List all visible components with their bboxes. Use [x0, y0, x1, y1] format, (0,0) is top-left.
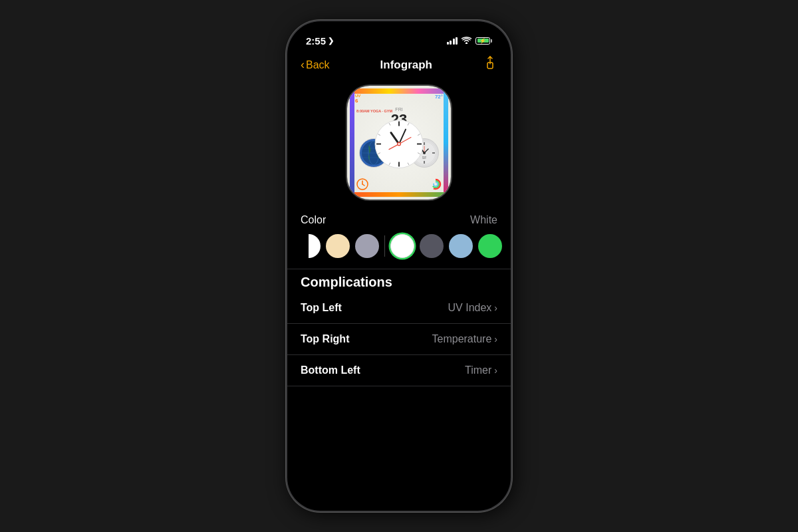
complications-header: Complications: [287, 269, 511, 293]
power-button: [511, 140, 512, 200]
watch-event-text: 8:00AM YOGA · GYM: [356, 109, 392, 113]
divider: [384, 235, 385, 257]
bottom-left-value-group: Timer ›: [465, 364, 497, 376]
page-title: Infograph: [380, 59, 432, 72]
location-arrow-icon: ❯: [328, 37, 334, 45]
nav-bar: ‹ Back Infograph: [287, 53, 511, 80]
bottom-left-chevron-icon: ›: [494, 365, 497, 376]
color-label: Color: [301, 214, 326, 226]
swatch-silver[interactable]: [355, 234, 379, 258]
top-left-chevron-icon: ›: [494, 303, 497, 313]
color-swatches-container: [287, 229, 511, 266]
svg-point-42: [434, 182, 438, 186]
time-display: 2:55 ❯: [306, 35, 334, 47]
complication-row-top-right[interactable]: Top Right Temperature ›: [287, 324, 511, 355]
swatch-white[interactable]: [390, 234, 414, 258]
watch-bottom-right-complication: [430, 178, 442, 193]
swatch-dark-gray[interactable]: [420, 234, 444, 258]
screen: 2:55 ❯: [287, 21, 511, 511]
watch-top-right-complication: 72°: [435, 94, 443, 100]
watch-main-clock: [372, 117, 426, 170]
top-right-label: Top Right: [301, 333, 349, 345]
clock-time: 2:55: [306, 35, 326, 47]
battery-icon: ⚡: [475, 37, 492, 45]
svg-point-0: [466, 42, 467, 44]
status-icons: ⚡: [447, 36, 493, 46]
arc-top: [350, 88, 448, 94]
top-left-value-group: UV Index ›: [448, 302, 497, 314]
watch-face: UV6 72° 8:00AM YOGA · GYM FRI 23: [346, 84, 452, 201]
complication-row-bottom-left[interactable]: Bottom Left Timer ›: [287, 355, 511, 386]
bottom-left-value: Timer: [465, 364, 491, 376]
wifi-icon: [462, 36, 471, 46]
share-button[interactable]: [483, 56, 497, 74]
complication-row-top-left[interactable]: Top Left UV Index ›: [287, 293, 511, 324]
swatch-cream[interactable]: [326, 234, 350, 258]
complications-section: Complications Top Left UV Index › Top Ri…: [287, 269, 511, 386]
arc-left: [350, 88, 354, 197]
color-value: White: [470, 214, 497, 226]
swatch-light-blue[interactable]: [449, 234, 473, 258]
notch: [359, 21, 439, 40]
arc-right: [444, 88, 448, 197]
back-label: Back: [306, 59, 330, 71]
top-left-value: UV Index: [448, 302, 492, 314]
top-right-value-group: Temperature ›: [432, 333, 498, 345]
color-section: Color White: [287, 211, 511, 266]
watch-face-container[interactable]: UV6 72° 8:00AM YOGA · GYM FRI 23: [287, 80, 511, 211]
top-left-label: Top Left: [301, 302, 342, 314]
color-row: Color White: [287, 211, 511, 229]
swatch-green[interactable]: [478, 234, 502, 258]
back-chevron-icon: ‹: [301, 58, 305, 72]
svg-point-36: [398, 143, 400, 145]
top-right-chevron-icon: ›: [494, 334, 497, 344]
swatch-half-moon[interactable]: [297, 234, 321, 258]
watch-top-left-complication: UV6: [355, 94, 360, 104]
bottom-left-label: Bottom Left: [301, 364, 360, 376]
watch-bottom-left-complication: [356, 178, 368, 193]
back-button[interactable]: ‹ Back: [301, 58, 330, 72]
svg-line-39: [362, 184, 364, 186]
signal-strength-icon: [447, 37, 458, 45]
top-right-value: Temperature: [432, 333, 492, 345]
phone-outer: 2:55 ❯: [286, 20, 512, 512]
arc-bottom: [350, 192, 448, 197]
